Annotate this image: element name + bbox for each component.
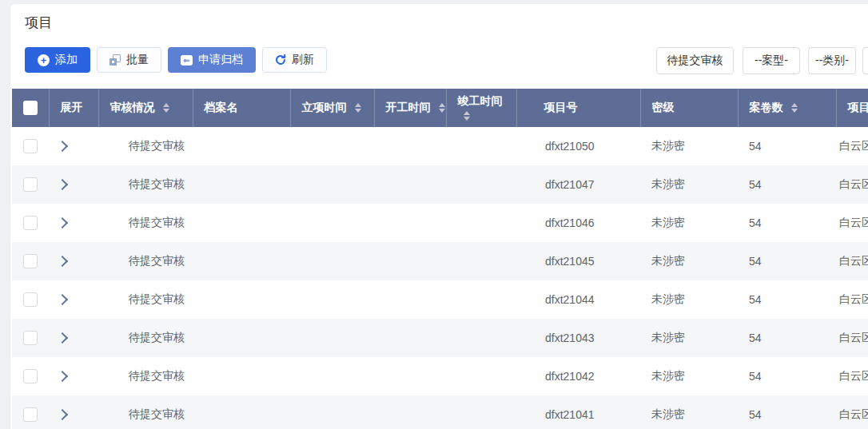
expand-chevron-icon[interactable] <box>57 294 68 305</box>
table-header-row: 展开 审核情况 档案名 立项时间 开工时间 竣工时间 项 <box>12 89 868 127</box>
cell-completion-time <box>446 319 516 357</box>
expand-chevron-icon[interactable] <box>57 332 68 344</box>
col-expand: 展开 <box>49 89 98 127</box>
cell-archive-name <box>193 280 290 319</box>
expand-chevron-icon[interactable] <box>57 409 68 420</box>
cell-approval-time <box>290 357 374 395</box>
cell-security: 未涉密 <box>640 357 738 395</box>
projects-table: 展开 审核情况 档案名 立项时间 开工时间 竣工时间 项 <box>12 89 868 429</box>
col-security: 密级 <box>640 89 738 127</box>
filter-search-input-partial[interactable]: 请 <box>862 47 868 74</box>
cell-archive-name <box>193 204 290 242</box>
archive-icon: ⇐ <box>181 55 193 66</box>
refresh-button[interactable]: 刷新 <box>262 47 327 73</box>
cell-project-no: dfxt21047 <box>516 165 640 204</box>
cell-security: 未涉密 <box>640 280 738 319</box>
col-approval-time[interactable]: 立项时间 <box>290 89 374 127</box>
cell-completion-time <box>446 280 516 319</box>
cell-start-time <box>374 319 446 357</box>
row-checkbox[interactable] <box>23 369 38 383</box>
cell-project-no: dfxt21044 <box>516 280 640 319</box>
row-checkbox[interactable] <box>23 331 38 345</box>
col-start-time[interactable]: 开工时间 <box>374 89 446 127</box>
col-completion-time[interactable]: 竣工时间 <box>446 89 516 127</box>
row-checkbox[interactable] <box>23 254 38 268</box>
cell-security: 未涉密 <box>640 127 738 165</box>
cell-volumes: 54 <box>738 242 836 280</box>
cell-archive-name <box>193 357 290 395</box>
cell-completion-time <box>446 204 516 242</box>
expand-chevron-icon[interactable] <box>57 141 68 152</box>
expand-chevron-icon[interactable] <box>57 371 68 382</box>
content-card: 项目 + 添加 批量 ⇐ 申请归档 刷新 待提交审核 --案型- --类别- 请 <box>10 3 868 429</box>
cell-district: 白云区 <box>836 395 868 429</box>
col-review-status[interactable]: 审核情况 <box>98 89 193 127</box>
col-checkbox <box>12 89 49 127</box>
table-row: 待提交审核 dfxt21045 未涉密 54 白云区 <box>12 242 868 280</box>
apply-archive-button-label: 申请归档 <box>198 53 243 67</box>
cell-project-no: dfxt21042 <box>516 357 640 395</box>
cell-review-status: 待提交审核 <box>98 127 193 165</box>
cell-review-status: 待提交审核 <box>98 319 193 357</box>
table-row: 待提交审核 dfxt21044 未涉密 54 白云区 <box>12 280 868 319</box>
sort-icon[interactable] <box>163 103 169 113</box>
sort-icon[interactable] <box>464 111 470 121</box>
refresh-icon <box>275 54 286 66</box>
cell-district: 白云区 <box>836 165 868 204</box>
row-checkbox[interactable] <box>23 177 38 192</box>
row-checkbox[interactable] <box>23 216 38 230</box>
cell-start-time <box>374 280 446 319</box>
filter-category[interactable]: --类别- <box>808 47 856 74</box>
cell-completion-time <box>446 242 516 280</box>
filter-case-type[interactable]: --案型- <box>743 47 800 74</box>
sort-icon[interactable] <box>355 103 361 113</box>
cell-security: 未涉密 <box>640 319 738 357</box>
add-button[interactable]: + 添加 <box>25 47 90 73</box>
cell-district: 白云区 <box>836 280 868 319</box>
col-archive-name: 档案名 <box>193 89 290 127</box>
cell-archive-name <box>193 319 290 357</box>
cell-completion-time <box>446 127 516 165</box>
select-all-checkbox[interactable] <box>23 101 38 115</box>
expand-chevron-icon[interactable] <box>57 256 68 267</box>
sort-icon[interactable] <box>439 103 445 113</box>
apply-archive-button[interactable]: ⇐ 申请归档 <box>168 47 256 73</box>
cell-completion-time <box>446 357 516 395</box>
cell-volumes: 54 <box>738 127 836 165</box>
cell-project-no: dfxt21041 <box>516 395 640 429</box>
plus-circle-icon: + <box>38 54 50 66</box>
cell-start-time <box>374 165 446 204</box>
row-checkbox[interactable] <box>23 139 38 153</box>
cell-completion-time <box>446 165 516 204</box>
row-checkbox[interactable] <box>23 407 38 422</box>
sort-icon[interactable] <box>791 103 798 113</box>
cell-start-time <box>374 204 446 242</box>
expand-chevron-icon[interactable] <box>57 179 68 190</box>
cell-completion-time <box>446 395 516 429</box>
cell-volumes: 54 <box>738 280 836 319</box>
cell-archive-name <box>193 127 290 165</box>
cell-review-status: 待提交审核 <box>98 280 193 319</box>
cell-archive-name <box>193 165 290 204</box>
cell-start-time <box>374 357 446 395</box>
cell-volumes: 54 <box>738 319 836 357</box>
row-checkbox[interactable] <box>23 292 38 307</box>
cell-review-status: 待提交审核 <box>98 395 193 429</box>
cell-approval-time <box>290 395 374 429</box>
cell-district: 白云区 <box>836 127 868 165</box>
col-project-no: 项目号 <box>516 89 640 127</box>
col-project-clipped: 项目 <box>836 89 868 127</box>
table-row: 待提交审核 dfxt21050 未涉密 54 白云区 <box>12 127 868 165</box>
batch-button[interactable]: 批量 <box>97 47 161 73</box>
cell-review-status: 待提交审核 <box>98 204 193 242</box>
table-row: 待提交审核 dfxt21042 未涉密 54 白云区 <box>12 357 868 395</box>
cell-approval-time <box>290 319 374 357</box>
filter-review-status[interactable]: 待提交审核 <box>656 47 734 74</box>
expand-chevron-icon[interactable] <box>57 217 68 228</box>
cell-project-no: dfxt21046 <box>516 204 640 242</box>
cell-volumes: 54 <box>738 165 836 204</box>
cell-security: 未涉密 <box>640 395 738 429</box>
col-volumes[interactable]: 案卷数 <box>738 89 836 127</box>
cell-approval-time <box>290 165 374 204</box>
cell-review-status: 待提交审核 <box>98 165 193 204</box>
